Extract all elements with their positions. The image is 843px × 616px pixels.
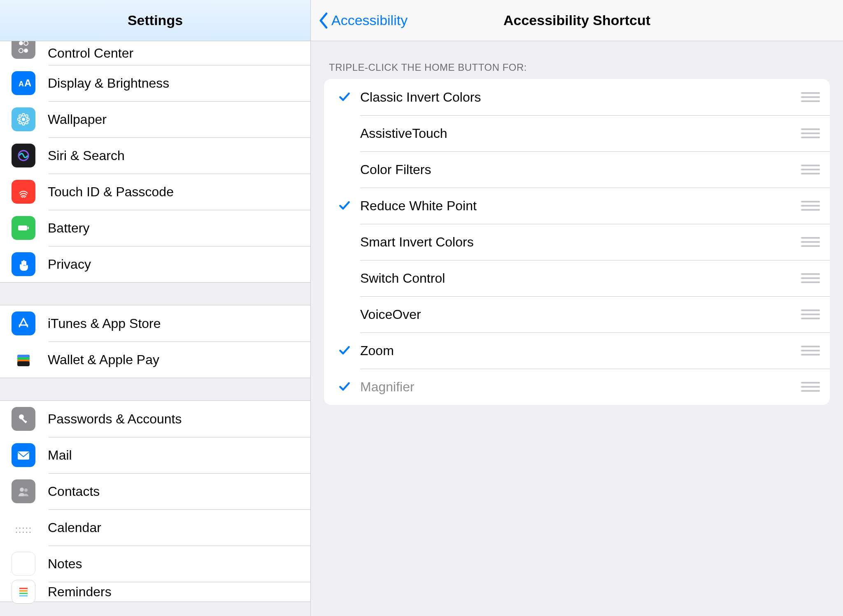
sidebar-item-label: Display & Brightness <box>48 76 169 91</box>
option-label: Smart Invert Colors <box>354 235 801 250</box>
sidebar-item-privacy[interactable]: Privacy <box>0 246 310 282</box>
sidebar-item-calendar[interactable]: • • • • •• • • • •Calendar <box>0 509 310 546</box>
reorder-handle-icon[interactable] <box>801 273 820 283</box>
reorder-handle-icon[interactable] <box>801 201 820 211</box>
sidebar-item-label: Mail <box>48 448 72 463</box>
sidebar-item-label: Contacts <box>48 484 100 499</box>
option-label: Zoom <box>354 343 801 358</box>
sidebar-item-passwords[interactable]: Passwords & Accounts <box>0 401 310 437</box>
sidebar-item-label: Siri & Search <box>48 148 125 163</box>
shortcut-option[interactable]: Smart Invert Colors <box>324 224 830 260</box>
detail-header: Accessibility Accessibility Shortcut <box>311 0 843 41</box>
hand-icon <box>12 252 35 276</box>
text-size-icon <box>12 71 35 95</box>
appstore-icon <box>12 311 35 335</box>
chevron-left-icon <box>318 12 329 29</box>
checkmark-icon <box>335 344 354 357</box>
sidebar-item-label: Reminders <box>48 584 112 600</box>
flower-icon <box>12 107 35 131</box>
sidebar-item-contacts[interactable]: Contacts <box>0 473 310 509</box>
section-header: TRIPLE-CLICK THE HOME BUTTON FOR: <box>324 62 830 79</box>
back-button[interactable]: Accessibility <box>311 12 408 29</box>
option-label: AssistiveTouch <box>354 126 801 141</box>
sidebar-item-label: Notes <box>48 556 82 572</box>
siri-icon <box>12 144 35 167</box>
sidebar-item-notes[interactable]: Notes <box>0 546 310 582</box>
reorder-handle-icon[interactable] <box>801 165 820 174</box>
back-label: Accessibility <box>331 12 408 28</box>
option-label: Magnifier <box>354 379 801 395</box>
sidebar-item-wallpaper[interactable]: Wallpaper <box>0 101 310 137</box>
sidebar-item-label: Privacy <box>48 257 91 272</box>
option-label: Classic Invert Colors <box>354 90 801 105</box>
sidebar-title: Settings <box>128 12 183 28</box>
shortcut-option[interactable]: AssistiveTouch <box>324 115 830 151</box>
sidebar-item-siri[interactable]: Siri & Search <box>0 137 310 174</box>
shortcut-option[interactable]: Classic Invert Colors <box>324 79 830 115</box>
sidebar-item-label: Control Center <box>48 46 133 61</box>
sidebar-item-label: Passwords & Accounts <box>48 411 182 427</box>
reminders-icon <box>12 580 35 604</box>
contacts-icon <box>12 479 35 503</box>
calendar-icon: • • • • •• • • • • <box>12 516 35 539</box>
checkmark-icon <box>335 199 354 212</box>
sidebar-item-display[interactable]: Display & Brightness <box>0 65 310 101</box>
reorder-handle-icon[interactable] <box>801 128 820 138</box>
checkmark-icon <box>335 91 354 104</box>
reorder-handle-icon[interactable] <box>801 237 820 247</box>
option-label: Reduce White Point <box>354 198 801 214</box>
sidebar-item-label: Touch ID & Passcode <box>48 184 174 200</box>
mail-icon <box>12 443 35 467</box>
shortcut-option[interactable]: Reduce White Point <box>324 188 830 224</box>
notes-icon <box>12 552 35 576</box>
reorder-handle-icon[interactable] <box>801 382 820 392</box>
wallet-icon <box>12 348 35 372</box>
reorder-handle-icon[interactable] <box>801 92 820 102</box>
detail-pane: Accessibility Accessibility Shortcut TRI… <box>311 0 843 616</box>
fingerprint-icon <box>12 180 35 204</box>
sidebar-item-label: Wallpaper <box>48 112 107 127</box>
sidebar-item-reminders[interactable]: Reminders <box>0 582 310 602</box>
shortcut-option[interactable]: Switch Control <box>324 260 830 296</box>
shortcut-options-list: Classic Invert ColorsAssistiveTouchColor… <box>324 79 830 405</box>
shortcut-option[interactable]: VoiceOver <box>324 296 830 332</box>
sidebar-item-battery[interactable]: Battery <box>0 210 310 246</box>
sidebar-header: Settings <box>0 0 310 41</box>
option-label: Color Filters <box>354 162 801 177</box>
sidebar-item-mail[interactable]: Mail <box>0 437 310 473</box>
sidebar-item-label: Battery <box>48 221 89 236</box>
checkmark-icon <box>335 380 354 393</box>
shortcut-option[interactable]: Color Filters <box>324 151 830 188</box>
sidebar-item-label: Wallet & Apple Pay <box>48 352 159 367</box>
sidebar-list[interactable]: Control CenterDisplay & BrightnessWallpa… <box>0 41 310 616</box>
detail-body: TRIPLE-CLICK THE HOME BUTTON FOR: Classi… <box>311 41 843 405</box>
option-label: Switch Control <box>354 271 801 286</box>
settings-sidebar: Settings Control CenterDisplay & Brightn… <box>0 0 311 616</box>
toggles-icon <box>12 41 35 59</box>
key-icon <box>12 407 35 431</box>
battery-icon <box>12 216 35 240</box>
reorder-handle-icon[interactable] <box>801 309 820 319</box>
shortcut-option[interactable]: Zoom <box>324 332 830 369</box>
sidebar-item-touchid[interactable]: Touch ID & Passcode <box>0 174 310 210</box>
sidebar-item-label: Calendar <box>48 520 101 535</box>
sidebar-item-label: iTunes & App Store <box>48 316 161 331</box>
option-label: VoiceOver <box>354 307 801 322</box>
sidebar-item-control-center[interactable]: Control Center <box>0 41 310 65</box>
sidebar-item-itunes[interactable]: iTunes & App Store <box>0 305 310 342</box>
reorder-handle-icon[interactable] <box>801 346 820 356</box>
sidebar-item-wallet[interactable]: Wallet & Apple Pay <box>0 342 310 378</box>
shortcut-option: Magnifier <box>324 369 830 405</box>
